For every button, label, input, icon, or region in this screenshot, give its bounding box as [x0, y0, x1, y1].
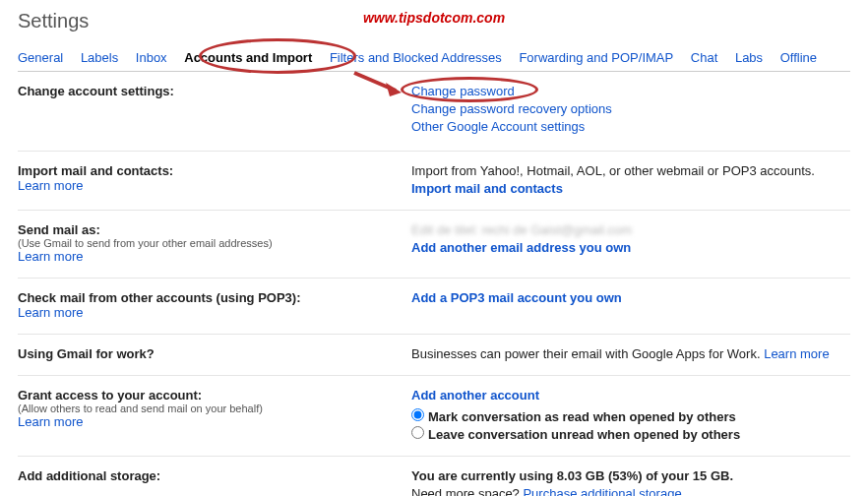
tab-labels[interactable]: Labels — [81, 50, 118, 65]
radio-leave-unread[interactable] — [411, 426, 424, 439]
section-import-mail: Import mail and contacts: Learn more Imp… — [18, 152, 850, 211]
storage-need: Need more space? — [411, 486, 523, 496]
send-mail-title: Send mail as: — [18, 222, 411, 237]
gmail-work-title: Using Gmail for work? — [18, 346, 155, 361]
check-mail-title: Check mail from other accounts (using PO… — [18, 290, 411, 305]
other-google-settings-link[interactable]: Other Google Account settings — [411, 119, 585, 134]
change-recovery-link[interactable]: Change password recovery options — [411, 101, 612, 116]
section-check-mail: Check mail from other accounts (using PO… — [18, 279, 850, 335]
send-mail-address-blurred: Edit de titel: rechi de Gaist@gmail.com — [411, 222, 850, 237]
grant-access-learn-more[interactable]: Learn more — [18, 414, 83, 429]
section-grant-access: Grant access to your account: (Allow oth… — [18, 376, 850, 457]
change-password-link[interactable]: Change password — [411, 84, 515, 98]
add-pop3-link[interactable]: Add a POP3 mail account you own — [411, 290, 622, 305]
storage-title: Add additional storage: — [18, 468, 160, 483]
import-mail-title: Import mail and contacts: — [18, 163, 411, 178]
section-storage: Add additional storage: You are currentl… — [18, 457, 850, 496]
gmail-work-text: Businesses can power their email with Go… — [411, 346, 764, 361]
radio-leave-unread-label: Leave conversation unread when opened by… — [428, 427, 740, 442]
gmail-work-learn-more[interactable]: Learn more — [764, 346, 829, 361]
watermark: www.tipsdotcom.com — [363, 10, 505, 26]
tab-general[interactable]: General — [18, 50, 63, 65]
change-account-title: Change account settings: — [18, 84, 174, 98]
tab-inbox[interactable]: Inbox — [136, 50, 167, 65]
storage-usage: You are currently using 8.03 GB (53%) of… — [411, 468, 850, 483]
section-change-account: Change account settings: Change password… — [18, 72, 850, 152]
tab-forwarding[interactable]: Forwarding and POP/IMAP — [519, 50, 673, 65]
import-learn-more[interactable]: Learn more — [18, 178, 83, 193]
check-mail-learn-more[interactable]: Learn more — [18, 305, 83, 320]
tab-labs[interactable]: Labs — [735, 50, 763, 65]
tab-offline[interactable]: Offline — [780, 50, 817, 65]
import-description: Import from Yahoo!, Hotmail, AOL, or oth… — [411, 163, 850, 178]
tab-accounts-import[interactable]: Accounts and Import — [184, 50, 312, 65]
radio-mark-read[interactable] — [411, 408, 424, 421]
import-mail-link[interactable]: Import mail and contacts — [411, 181, 563, 196]
grant-access-title: Grant access to your account: — [18, 388, 411, 403]
tabs-bar: General Labels Inbox Accounts and Import… — [18, 44, 850, 72]
add-email-link[interactable]: Add another email address you own — [411, 240, 631, 255]
tab-chat[interactable]: Chat — [691, 50, 717, 65]
section-send-mail-as: Send mail as: (Use Gmail to send from yo… — [18, 211, 850, 279]
add-account-link[interactable]: Add another account — [411, 388, 539, 403]
section-gmail-work: Using Gmail for work? Businesses can pow… — [18, 335, 850, 376]
grant-access-sub: (Allow others to read and send mail on y… — [18, 403, 411, 414]
purchase-storage-link[interactable]: Purchase additional storage — [523, 486, 681, 496]
tab-filters[interactable]: Filters and Blocked Addresses — [330, 50, 502, 65]
send-mail-learn-more[interactable]: Learn more — [18, 249, 83, 264]
send-mail-sub: (Use Gmail to send from your other email… — [18, 237, 411, 249]
radio-mark-read-label: Mark conversation as read when opened by… — [428, 409, 736, 424]
